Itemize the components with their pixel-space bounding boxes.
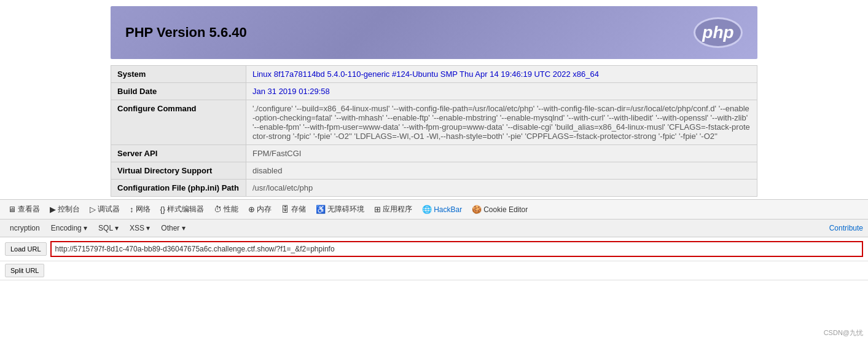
hackbar-menu-other[interactable]: Other ▾ [156, 222, 190, 234]
table-label: Virtual Directory Support [111, 162, 246, 180]
devtools-btn-hackbar[interactable]: 🌐HackBar [418, 203, 466, 216]
devtools-btn-查看器[interactable]: 🖥查看器 [4, 202, 44, 216]
devtools-icon: {} [160, 205, 166, 214]
devtools-btn-调试器[interactable]: ▷调试器 [85, 202, 124, 216]
table-value: Linux 8f17a78114bd 5.4.0-110-generic #12… [246, 66, 757, 83]
devtools-icon: ▷ [90, 205, 96, 214]
devtools-btn-样式编辑器[interactable]: {}样式编辑器 [156, 202, 209, 216]
url-bar-section: Load URL [0, 237, 868, 261]
devtools-icon: 🌐 [422, 205, 432, 214]
hackbar-toolbar: ncryptionEncoding ▾SQL ▾XSS ▾Other ▾ Con… [0, 219, 868, 237]
table-label: System [111, 66, 246, 83]
devtools-btn-网络[interactable]: ↕网络 [125, 202, 155, 216]
devtools-bar: 🖥查看器▶控制台▷调试器↕网络{}样式编辑器⏱性能⊕内存🗄存储♿无障碍环境⊞应用… [0, 199, 868, 219]
table-label: Build Date [111, 83, 246, 100]
hackbar-contribute-link[interactable]: Contribute [829, 224, 863, 232]
devtools-btn-控制台[interactable]: ▶控制台 [45, 202, 84, 216]
devtools-btn-label: 控制台 [58, 204, 80, 215]
devtools-icon: ⊕ [248, 205, 255, 214]
devtools-icon: ↕ [130, 205, 134, 214]
table-row: Server APIFPM/FastCGI [111, 145, 757, 162]
php-header: PHP Version 5.6.40 php [111, 6, 757, 59]
table-value: /usr/local/etc/php [246, 180, 757, 197]
hackbar-menu-ncryption[interactable]: ncryption [5, 222, 45, 234]
devtools-btn-label: 存储 [291, 204, 306, 215]
devtools-btn-label: 内存 [257, 204, 272, 215]
devtools-btn-无障碍环境[interactable]: ♿无障碍环境 [311, 202, 369, 216]
hackbar-menu-xss[interactable]: XSS ▾ [125, 222, 155, 234]
php-logo: php [694, 17, 743, 48]
devtools-btn-label: 性能 [224, 204, 238, 215]
php-info-table: SystemLinux 8f17a78114bd 5.4.0-110-gener… [111, 65, 757, 197]
devtools-btn-label: HackBar [434, 205, 462, 214]
devtools-btn-内存[interactable]: ⊕内存 [244, 202, 276, 216]
devtools-btn-label: 应用程序 [383, 204, 412, 215]
load-url-button[interactable]: Load URL [5, 242, 47, 256]
devtools-btn-label: 无障碍环境 [327, 204, 364, 215]
table-row: Build DateJan 31 2019 01:29:58 [111, 83, 757, 100]
devtools-btn-label: 调试器 [98, 204, 120, 215]
hackbar-menu-sql[interactable]: SQL ▾ [93, 222, 123, 234]
devtools-icon: 🗄 [281, 205, 289, 214]
devtools-btn-应用程序[interactable]: ⊞应用程序 [370, 202, 416, 216]
devtools-btn-性能[interactable]: ⏱性能 [209, 202, 243, 216]
devtools-btn-label: 查看器 [18, 204, 40, 215]
devtools-btn-cookie-editor[interactable]: 🍪Cookie Editor [467, 203, 532, 216]
devtools-btn-存储[interactable]: 🗄存储 [277, 202, 310, 216]
php-version-title: PHP Version 5.6.40 [125, 25, 247, 41]
devtools-icon: ▶ [50, 205, 56, 214]
devtools-btn-label: Cookie Editor [483, 205, 528, 214]
devtools-btn-label: 样式编辑器 [167, 204, 204, 215]
table-row: Configure Command'./configure' '--build=… [111, 100, 757, 145]
hackbar-menu-encoding[interactable]: Encoding ▾ [46, 222, 92, 234]
table-row: Virtual Directory Supportdisabled [111, 162, 757, 180]
devtools-btn-label: 网络 [136, 204, 151, 215]
table-value: Jan 31 2019 01:29:58 [246, 83, 757, 100]
devtools-icon: 🍪 [472, 205, 482, 214]
table-label: Server API [111, 145, 246, 162]
table-row: SystemLinux 8f17a78114bd 5.4.0-110-gener… [111, 66, 757, 83]
devtools-icon: ⊞ [374, 205, 381, 214]
table-label: Configure Command [111, 100, 246, 145]
table-label: Configuration File (php.ini) Path [111, 180, 246, 197]
table-row: Configuration File (php.ini) Path/usr/lo… [111, 180, 757, 197]
devtools-icon: ⏱ [214, 205, 222, 214]
php-info-table-wrapper: SystemLinux 8f17a78114bd 5.4.0-110-gener… [111, 65, 757, 197]
devtools-icon: 🖥 [8, 205, 16, 214]
table-value: FPM/FastCGI [246, 145, 757, 162]
table-value: './configure' '--build=x86_64-linux-musl… [246, 100, 757, 145]
split-url-button[interactable]: Split URL [5, 264, 44, 277]
devtools-icon: ♿ [316, 205, 326, 214]
table-value: disabled [246, 162, 757, 180]
url-input[interactable] [50, 241, 863, 257]
